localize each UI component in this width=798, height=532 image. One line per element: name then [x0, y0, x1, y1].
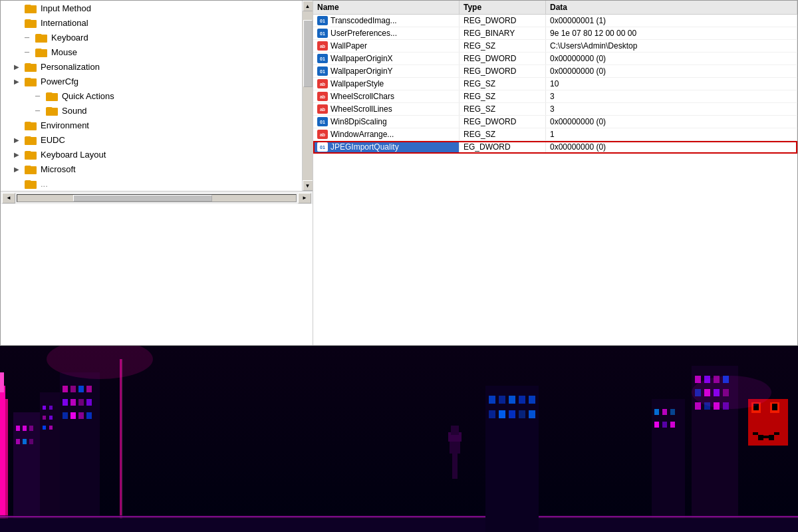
- table-row[interactable]: ab WheelScrollLines REG_SZ 3: [313, 103, 797, 116]
- value-data-cell: 1: [546, 128, 797, 140]
- svg-rect-61: [758, 435, 763, 440]
- table-row[interactable]: 01 UserPreferences... REG_BINARY 9e 1e 0…: [313, 27, 797, 40]
- svg-rect-21: [78, 386, 84, 392]
- svg-rect-37: [654, 422, 659, 428]
- scroll-track[interactable]: [303, 11, 313, 180]
- value-name: WallpaperStyle: [331, 79, 384, 88]
- scroll-down-arrow[interactable]: ▼: [303, 180, 313, 191]
- tree-item-personalization[interactable]: ▶ Personalization: [1, 59, 302, 74]
- value-name-cell-selected: 01 JPEGImportQuality: [313, 141, 460, 153]
- table-row[interactable]: 01 TranscodedImag... REG_DWORD 0x0000000…: [313, 15, 797, 27]
- tree-arrow: ─: [25, 49, 35, 56]
- svg-rect-28: [70, 412, 76, 419]
- tree-arrow: ─: [25, 34, 35, 41]
- tree-item-environment[interactable]: Environment: [1, 118, 302, 132]
- svg-rect-32: [122, 359, 122, 532]
- value-data-cell: 9e 1e 07 80 12 00 00 00: [546, 27, 797, 39]
- value-name-cell: 01 WallpaperOriginY: [313, 65, 460, 77]
- tree-item-label: Mouse: [51, 47, 77, 57]
- value-type-cell: REG_SZ: [460, 128, 546, 140]
- folder-icon: [35, 47, 49, 57]
- tree-item-keyboard-layout[interactable]: ▶ Keyboard Layout: [1, 147, 302, 162]
- svg-rect-23: [63, 399, 68, 406]
- tree-item-powercfg[interactable]: ▶ PowerCfg: [1, 74, 302, 88]
- tree-arrow: ─: [35, 107, 46, 114]
- expand-arrow-icon: ▶: [14, 63, 25, 70]
- value-data-cell: 0x00000000 (0): [546, 116, 797, 128]
- table-row-selected[interactable]: 01 JPEGImportQuality EG_DWORD 0x00000000…: [313, 141, 797, 154]
- tree-item-mouse[interactable]: ─ Mouse: [1, 45, 302, 59]
- svg-rect-16: [43, 426, 46, 430]
- svg-rect-5: [16, 426, 20, 431]
- scroll-up-arrow[interactable]: ▲: [303, 1, 313, 11]
- folder-icon: [46, 105, 59, 116]
- table-row[interactable]: 01 WallpaperOriginY REG_DWORD 0x00000000…: [313, 65, 797, 78]
- values-panel: Name Type Data 01 TranscodedImag... REG_…: [313, 1, 797, 345]
- tree-item-sound[interactable]: ─ Sound: [1, 103, 302, 118]
- tree-item-microsoft[interactable]: ▶ Microsoft: [1, 162, 302, 176]
- tree-item-label: Personalization: [41, 62, 100, 72]
- value-name-cell: 01 TranscodedImag...: [313, 15, 460, 27]
- svg-rect-17: [49, 426, 53, 430]
- svg-rect-81: [529, 410, 535, 418]
- svg-rect-73: [499, 396, 505, 404]
- value-type-cell: REG_DWORD: [460, 116, 546, 128]
- svg-rect-14: [43, 416, 46, 420]
- value-type-cell: REG_DWORD: [460, 15, 546, 27]
- scroll-thumb[interactable]: [303, 20, 313, 88]
- table-row[interactable]: ab WallpaperStyle REG_SZ 10: [313, 78, 797, 90]
- tree-item-label: EUDC: [41, 135, 65, 145]
- tree-item-input-method[interactable]: Input Method: [1, 1, 302, 15]
- svg-rect-11: [40, 392, 60, 532]
- svg-rect-12: [43, 406, 46, 410]
- tree-item-international[interactable]: International: [1, 15, 302, 30]
- svg-rect-18: [60, 372, 100, 532]
- tree-item-eudc[interactable]: ▶ EUDC: [1, 132, 302, 147]
- svg-rect-60: [774, 432, 779, 435]
- value-type-cell: REG_DWORD: [460, 53, 546, 65]
- scroll-left-button[interactable]: ◄: [2, 193, 15, 203]
- expand-arrow-icon: ▶: [14, 78, 25, 85]
- tree-item-label: Environment: [41, 120, 89, 130]
- tree-items-wrapper: Input Method International ─ Keyboard: [1, 1, 302, 191]
- svg-rect-66: [0, 517, 798, 517]
- svg-rect-36: [670, 409, 675, 415]
- tree-item-label: International: [41, 18, 88, 28]
- value-name-cell: ab WindowArrange...: [313, 128, 460, 140]
- svg-rect-3: [0, 372, 4, 392]
- scroll-right-button[interactable]: ►: [298, 193, 311, 203]
- folder-icon: [25, 61, 38, 72]
- sz-icon: ab: [317, 41, 328, 51]
- column-header-data: Data: [546, 1, 797, 14]
- tree-vertical-scrollbar[interactable]: ▲ ▼: [302, 1, 313, 191]
- tree-item-more[interactable]: ...: [1, 176, 302, 191]
- h-scroll-thumb[interactable]: [73, 195, 213, 201]
- table-row[interactable]: ab WheelScrollChars REG_SZ 3: [313, 90, 797, 103]
- svg-rect-7: [29, 426, 33, 431]
- value-name-cell: 01 WallpaperOriginX: [313, 53, 460, 65]
- dword-icon: 01: [317, 54, 328, 63]
- expand-arrow-icon: ▶: [14, 166, 25, 173]
- svg-rect-2: [5, 399, 8, 532]
- tree-item-quick-actions[interactable]: ─ Quick Actions: [1, 88, 302, 103]
- value-name-cell: 01 Win8DpiScaling: [313, 116, 460, 128]
- table-row[interactable]: ab WindowArrange... REG_SZ 1: [313, 128, 797, 141]
- tree-horizontal-scrollbar[interactable]: ◄ ►: [1, 191, 313, 204]
- value-data-cell-selected: 0x00000000 (0): [546, 141, 797, 153]
- svg-rect-6: [23, 426, 27, 431]
- svg-rect-20: [70, 386, 76, 392]
- svg-rect-19: [63, 386, 68, 392]
- tree-container: Input Method International ─ Keyboard: [1, 1, 313, 191]
- h-scroll-track[interactable]: [17, 194, 297, 202]
- svg-rect-33: [652, 399, 685, 532]
- svg-rect-29: [78, 412, 84, 419]
- svg-rect-15: [49, 416, 53, 420]
- svg-rect-26: [86, 399, 92, 406]
- tree-item-keyboard[interactable]: ─ Keyboard: [1, 30, 302, 45]
- value-type-cell: REG_SZ: [460, 90, 546, 102]
- svg-rect-77: [489, 410, 495, 418]
- table-row[interactable]: 01 WallpaperOriginX REG_DWORD 0x00000000…: [313, 53, 797, 65]
- column-header-type: Type: [460, 1, 546, 14]
- table-row[interactable]: 01 Win8DpiScaling REG_DWORD 0x00000000 (…: [313, 116, 797, 128]
- table-row[interactable]: ab WallPaper REG_SZ C:\Users\Admin\Deskt…: [313, 40, 797, 53]
